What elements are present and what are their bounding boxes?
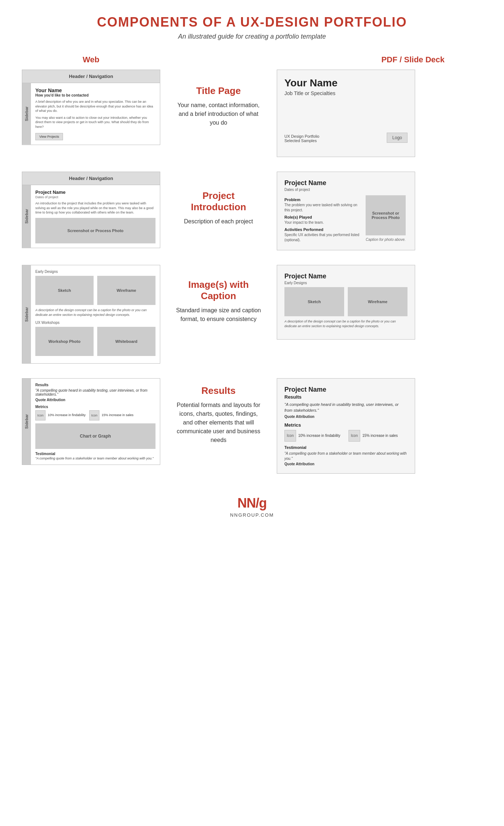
workshop-photo-box: Workshop Photo	[35, 327, 94, 356]
metric-icon-2: Icon	[89, 410, 99, 420]
web-body-text-2: You may also want a call to action to cl…	[35, 116, 155, 129]
web-proj-intro-text: An introduction to the project that incl…	[35, 201, 155, 215]
pdf-user-name: Your Name	[284, 77, 407, 89]
metrics-label-web: Metrics	[35, 405, 155, 409]
pdf-testimonial-label: Testimonial	[284, 445, 407, 450]
nn-text: NN	[237, 496, 256, 510]
pdf-proj-photo-col: Screenshot or Process Photo Caption for …	[364, 195, 407, 243]
sketch-box-pdf: Sketch	[284, 287, 344, 316]
pdf-problem-text: The problem you were tasked with solving…	[284, 203, 359, 213]
center-desc-2: Description of each project	[184, 217, 253, 226]
wireframe-box-pdf: Wireframe	[348, 287, 407, 316]
pdf-metric-text-1: 10% increase in findability	[298, 433, 340, 438]
center-label-title: Title Page Your name, contact informatio…	[175, 70, 262, 142]
pdf-problem-title: Problem	[284, 197, 359, 202]
pdf-proj-inner: Problem The problem you were tasked with…	[284, 195, 407, 243]
web-column-header: Web	[22, 55, 160, 64]
testimonial-label-web: Testimonial	[35, 452, 155, 456]
sketch-box-web: Sketch	[35, 276, 94, 305]
pdf-role-title: Role(s) Played	[284, 215, 359, 219]
center-title-2: Project Introduction	[175, 190, 262, 213]
pdf-testimonial-text: "A compelling quote from a stakeholder o…	[284, 451, 407, 461]
web-sidebar-4: Sidebar	[22, 379, 31, 465]
pdf-metrics-row: Icon 10% increase in findability Icon 15…	[284, 430, 407, 442]
section-images-caption: Sidebar Early Designs Sketch Wireframe A…	[22, 265, 482, 364]
web-proj-dates-2: Dates of project	[35, 195, 155, 199]
pdf-metric-2: Icon 15% increase in sales	[349, 430, 407, 442]
ux-workshops-label: UX Workshops	[35, 321, 155, 325]
web-header-nav-2: Header / Navigation	[22, 172, 160, 185]
pdf-results-label: Results	[284, 394, 407, 400]
pdf-metric-icon-2: Icon	[349, 430, 360, 442]
results-label-web: Results	[35, 383, 155, 387]
pdf-caption-2: Caption for photo above.	[366, 238, 406, 242]
section-title-page: Header / Navigation Sidebar Your Name Ho…	[22, 70, 482, 157]
pdf-column-header: PDF / Slide Deck	[344, 55, 482, 64]
center-label-images: Image(s) with Caption Standard image siz…	[175, 265, 262, 338]
web-sidebar-2: Sidebar	[22, 185, 31, 248]
pdf-mockup-project: Project Name Dates of project Problem Th…	[277, 172, 415, 250]
web-contact: How you'd like to be contacted	[35, 93, 155, 97]
web-body-text-1: A brief description of who you are and i…	[35, 99, 155, 113]
pdf-proj-text: Problem The problem you were tasked with…	[284, 195, 359, 243]
web-header-nav-1: Header / Navigation	[22, 70, 160, 83]
web-sidebar-1: Sidebar	[22, 83, 31, 145]
pdf-testimonial-attr: Quote Attribution	[284, 462, 407, 466]
web-label: Web	[83, 55, 99, 64]
pdf-metric-text-2: 15% increase in sales	[362, 433, 398, 438]
pdf-title-footer: UX Design PortfolioSelected Samples Logo	[284, 133, 407, 143]
chart-placeholder-web: Chart or Graph	[35, 423, 155, 449]
center-desc-3: Standard image size and caption format, …	[175, 306, 262, 324]
portfolio-text: UX Design PortfolioSelected Samples	[284, 134, 319, 143]
center-desc-1: Your name, contact information, and a br…	[175, 101, 262, 127]
web-mockup-images: Sidebar Early Designs Sketch Wireframe A…	[22, 265, 160, 364]
web-user-name: Your Name	[35, 87, 155, 93]
center-desc-4: Potential formats and layouts for icons,…	[175, 401, 262, 445]
pdf-proj-dates-2: Dates of project	[284, 188, 407, 192]
slash-text: /	[256, 496, 259, 510]
pdf-job-title: Job Title or Specialties	[284, 90, 407, 96]
web-content-2: Project Name Dates of project An introdu…	[31, 185, 160, 248]
page-header: COMPONENTS OF A UX-DESIGN PORTFOLIO An i…	[22, 15, 482, 40]
early-designs-label-pdf: Early Designs	[284, 281, 407, 285]
pdf-mockup-results: Project Name Results "A compelling quote…	[277, 378, 415, 474]
sketch-row-web: Sketch Wireframe	[35, 276, 155, 305]
pdf-label: PDF / Slide Deck	[381, 55, 445, 64]
center-title-1: Title Page	[196, 85, 241, 97]
nn-url: NNGROUP.COM	[22, 512, 482, 518]
pdf-logo-box: Logo	[387, 133, 407, 143]
metric-icon-1: Icon	[35, 410, 46, 420]
pdf-proj-name-4: Project Name	[284, 386, 407, 394]
web-body-3: Sidebar Early Designs Sketch Wireframe A…	[22, 265, 160, 363]
pdf-metric-1: Icon 10% increase in findability	[284, 430, 343, 442]
design-caption-web: A description of the design concept can …	[35, 308, 155, 317]
web-body-1: Sidebar Your Name How you'd like to be c…	[22, 83, 160, 145]
metric-text-1: 10% increase in findability	[48, 413, 86, 418]
whiteboard-box: Whiteboard	[97, 327, 155, 356]
view-projects-button[interactable]: View Projects	[35, 133, 63, 140]
section-results: Sidebar Results "A compelling quote hear…	[22, 378, 482, 474]
page-subtitle: An illustrated guide for creating a port…	[22, 33, 482, 40]
pdf-mockup-images: Project Name Early Designs Sketch Wirefr…	[277, 265, 415, 340]
center-label-project: Project Introduction Description of each…	[175, 172, 262, 244]
workshop-row-web: Workshop Photo Whiteboard	[35, 327, 155, 356]
pdf-screenshot-placeholder: Screenshot or Process Photo	[366, 195, 406, 235]
web-mockup-title: Header / Navigation Sidebar Your Name Ho…	[22, 70, 160, 145]
pdf-results-quote: "A compelling quote heard in usability t…	[284, 402, 407, 413]
quote-attr-web: Quote Attribution	[35, 398, 155, 402]
screenshot-label: Screenshot or Process Photo	[366, 211, 406, 220]
sketch-row-pdf: Sketch Wireframe	[284, 287, 407, 316]
metrics-row-web: Icon 10% increase in findability Icon 15…	[35, 410, 155, 420]
pdf-quote-attr: Quote Attribution	[284, 415, 407, 419]
pdf-metrics-label: Metrics	[284, 422, 407, 428]
metric-2: Icon 15% increase in sales	[89, 410, 134, 420]
results-quote-web: "A compelling quote heard in usability t…	[35, 388, 155, 396]
wireframe-box-web: Wireframe	[97, 276, 155, 305]
web-content-1: Your Name How you'd like to be contacted…	[31, 83, 160, 145]
pdf-activities-text: Specific UX activities that you performe…	[284, 232, 359, 243]
pdf-activities-title: Activities Performed	[284, 227, 359, 232]
web-body-2: Sidebar Project Name Dates of project An…	[22, 185, 160, 248]
column-headers: Web PDF / Slide Deck	[22, 55, 482, 64]
web-mockup-results: Sidebar Results "A compelling quote hear…	[22, 378, 160, 465]
center-title-4: Results	[201, 385, 236, 396]
